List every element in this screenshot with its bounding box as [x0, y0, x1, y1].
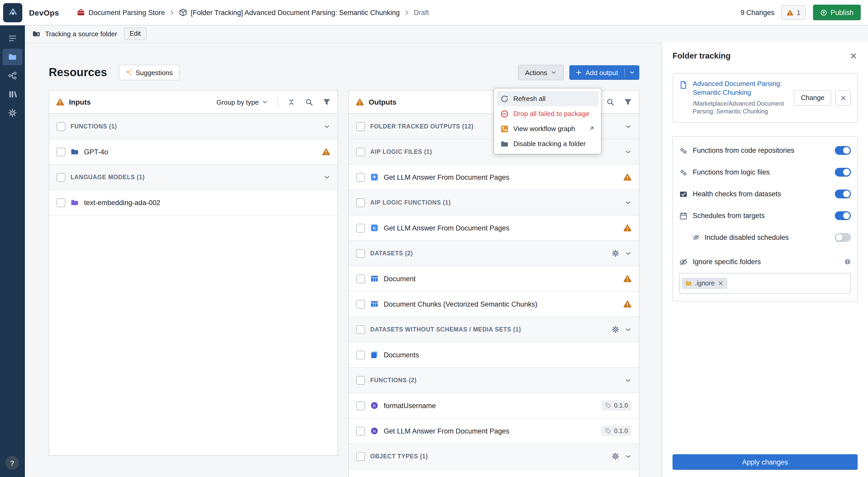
menu-item-drop-all-failed-to-package[interactable]: Drop all failed to package — [497, 106, 598, 121]
resource-row-get-llm-answer-from-document-pages[interactable]: fxGet LLM Answer From Document Pages0.1.… — [349, 418, 639, 444]
row-checkbox[interactable] — [356, 274, 365, 283]
group-row-object-types-1[interactable]: OBJECT TYPES (1) — [349, 444, 639, 469]
group-label: FUNCTIONS (2) — [370, 377, 416, 383]
chevron-down-icon[interactable] — [323, 123, 330, 130]
row-checkbox[interactable] — [356, 122, 365, 131]
group-by-select[interactable]: Group by type — [216, 98, 268, 106]
info-icon[interactable] — [844, 259, 851, 266]
add-output-caret[interactable] — [625, 65, 639, 80]
tracking-options-card: Functions from code repositoriesFunction… — [673, 136, 858, 301]
sidebar-item-resources[interactable] — [3, 49, 22, 65]
workflow-icon — [500, 125, 509, 133]
toggle-functions-from-logic-files[interactable] — [835, 168, 851, 177]
breadcrumb-label: Draft — [414, 8, 429, 16]
menu-item-disable-tracking-a-folder[interactable]: Disable tracking a folder — [497, 136, 598, 151]
breadcrumb-store[interactable]: Document Parsing Store — [77, 8, 165, 16]
settings-icon[interactable] — [611, 325, 620, 334]
resource-row-text-embedding-ada-002[interactable]: text-embedding-ada-002 — [49, 190, 338, 215]
row-checkbox[interactable] — [57, 147, 65, 156]
remove-tag-icon[interactable] — [718, 280, 724, 286]
sidebar-item-library[interactable] — [3, 86, 22, 103]
row-checkbox[interactable] — [356, 224, 365, 232]
row-checkbox[interactable] — [356, 173, 365, 181]
ignore-tag-label: .ignore — [695, 280, 715, 287]
actions-button[interactable]: Actions — [518, 65, 564, 80]
chevron-down-icon[interactable] — [625, 453, 631, 459]
resource-row-documents[interactable]: Documents — [349, 342, 639, 368]
remove-resource-button[interactable] — [835, 90, 851, 106]
resource-row-get-llm-answer-from-document-pages[interactable]: fxGet LLM Answer From Document Pages — [349, 215, 639, 241]
menu-item-refresh-all[interactable]: Refresh all — [497, 91, 598, 106]
resource-name: formatUsername — [384, 402, 436, 409]
row-checkbox[interactable] — [356, 300, 365, 308]
toggle-include-disabled-schedules[interactable] — [835, 233, 851, 242]
row-checkbox[interactable] — [57, 173, 65, 181]
row-checkbox[interactable] — [356, 452, 365, 461]
group-row-language-models-1[interactable]: LANGUAGE MODELS (1) — [49, 165, 338, 190]
settings-icon[interactable] — [611, 249, 620, 258]
row-checkbox[interactable] — [356, 249, 365, 258]
chevron-down-icon[interactable] — [625, 377, 631, 383]
warning-icon — [322, 147, 330, 156]
row-checkbox[interactable] — [57, 122, 65, 131]
row-checkbox[interactable] — [356, 376, 365, 384]
outputs-rows: FOLDER TRACKED OUTPUTS (12)AIP LOGIC FIL… — [349, 114, 639, 469]
group-by-label: Group by type — [216, 98, 259, 106]
row-checkbox[interactable] — [57, 198, 65, 207]
app-logo[interactable] — [3, 3, 22, 22]
filter-icon[interactable] — [322, 98, 331, 106]
row-checkbox[interactable] — [356, 147, 365, 156]
chevron-down-icon[interactable] — [625, 148, 631, 155]
chevron-down-icon[interactable] — [625, 326, 631, 333]
changes-count: 9 Changes — [740, 8, 774, 16]
settings-icon[interactable] — [611, 452, 620, 461]
search-icon[interactable] — [606, 98, 615, 106]
sidebar-item-settings[interactable] — [3, 105, 22, 121]
chevron-down-icon[interactable] — [625, 250, 631, 257]
group-row-functions-2[interactable]: FUNCTIONS (2) — [349, 368, 639, 393]
collapse-all-icon[interactable] — [287, 98, 296, 106]
apply-changes-button[interactable]: Apply changes — [673, 454, 858, 470]
group-row-datasets-2[interactable]: DATASETS (2) — [349, 241, 639, 266]
search-icon[interactable] — [305, 98, 313, 106]
sidebar-item-menu[interactable] — [3, 30, 22, 46]
dataset-icon — [370, 300, 378, 308]
warnings-chip[interactable]: 1 — [782, 5, 806, 20]
ignore-folders-input[interactable]: .ignore — [679, 273, 851, 294]
group-row-functions-1[interactable]: FUNCTIONS (1) — [49, 114, 338, 139]
resource-row-gpt-4o[interactable]: GPT-4o — [49, 139, 338, 165]
publish-button[interactable]: Publish — [813, 5, 861, 20]
toggle-functions-from-code-repositories[interactable] — [835, 146, 851, 155]
toggle-health-checks-from-datasets[interactable] — [835, 190, 851, 199]
resource-link[interactable]: Advanced Document Parsing: Semantic Chun… — [693, 80, 789, 97]
row-checkbox[interactable] — [356, 325, 365, 334]
breadcrumb-package[interactable]: [Folder Tracking] Advanced Document Pars… — [179, 8, 400, 16]
row-checkbox[interactable] — [356, 350, 365, 359]
sidebar-item-lineage[interactable] — [3, 67, 22, 84]
resource-row-document[interactable]: Document — [349, 266, 639, 292]
menu-item-view-workflow-graph[interactable]: View workflow graph — [497, 121, 598, 136]
row-checkbox[interactable] — [356, 427, 365, 435]
chevron-down-icon[interactable] — [625, 123, 631, 130]
group-row-datasets-without-schemas-media-sets-1[interactable]: DATASETS WITHOUT SCHEMAS / MEDIA SETS (1… — [349, 317, 639, 342]
chevron-down-icon[interactable] — [625, 199, 631, 206]
add-output-button[interactable]: Add output — [569, 65, 639, 80]
row-checkbox[interactable] — [356, 401, 365, 410]
change-button[interactable]: Change — [794, 90, 831, 106]
chevron-down-icon[interactable] — [323, 174, 330, 180]
close-icon[interactable] — [849, 52, 858, 60]
resource-row-get-llm-answer-from-document-pages[interactable]: Get LLM Answer From Document Pages — [349, 165, 639, 190]
gear-icon — [8, 108, 17, 117]
help-button[interactable]: ? — [5, 456, 19, 470]
toggle-schedules-from-targets[interactable] — [835, 211, 851, 220]
breadcrumb-draft[interactable]: Draft — [414, 8, 429, 16]
svg-text:fx: fx — [373, 226, 376, 230]
filter-icon[interactable] — [624, 98, 632, 106]
gears-icon — [679, 146, 687, 155]
edit-button[interactable]: Edit — [124, 28, 147, 40]
suggestions-button[interactable]: Suggestions — [119, 65, 179, 80]
row-checkbox[interactable] — [356, 198, 365, 207]
group-row-aip-logic-functions-1[interactable]: AIP LOGIC FUNCTIONS (1) — [349, 190, 639, 215]
resource-row-document-chunks-vectorized-semantic-chunks[interactable]: Document Chunks (Vectorized Semantic Chu… — [349, 292, 639, 317]
resource-row-formatusername[interactable]: fxformatUsername0.1.0 — [349, 393, 639, 418]
